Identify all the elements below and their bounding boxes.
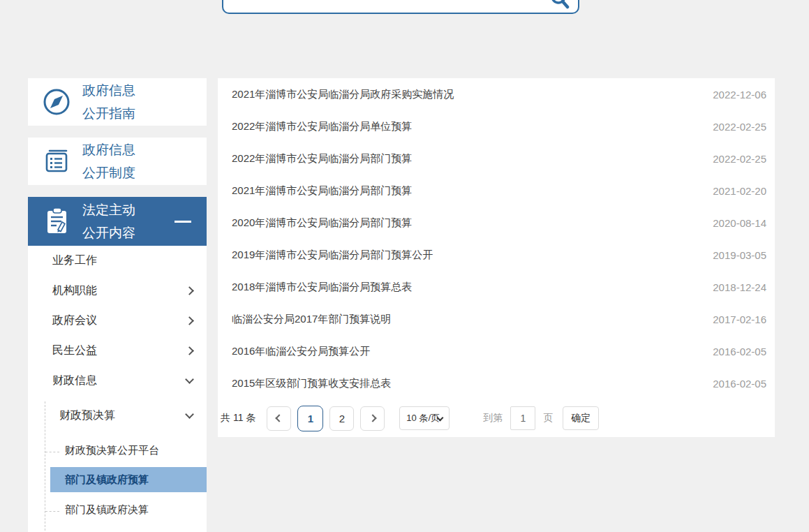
confirm-button[interactable]: 确定 xyxy=(563,406,599,430)
compass-icon xyxy=(40,86,73,118)
article-date: 2022-12-06 xyxy=(713,89,766,101)
search-input[interactable] xyxy=(232,0,539,13)
page-size-select[interactable]: 10 条/页 xyxy=(399,406,450,430)
list-item[interactable]: 2020年淄博市公安局临淄分局部门预算 2020-08-14 xyxy=(218,207,775,239)
tree-connector xyxy=(45,452,59,452)
article-title[interactable]: 2018年淄博市公安局临淄分局预算总表 xyxy=(232,281,412,294)
article-date: 2022-02-25 xyxy=(713,153,766,165)
page-button-2[interactable]: 2 xyxy=(329,406,354,431)
menu-item-org-functions[interactable]: 机构职能 xyxy=(28,276,207,306)
chevron-right-icon xyxy=(185,346,194,355)
list-item[interactable]: 2016年临淄公安分局预算公开 2016-02-05 xyxy=(218,335,775,367)
article-title[interactable]: 2020年淄博市公安局临淄分局部门预算 xyxy=(232,216,412,230)
menu-item-dept-town-budget[interactable]: 部门及镇政府预算 xyxy=(50,467,207,492)
chevron-down-icon xyxy=(185,410,194,419)
chevron-left-icon xyxy=(275,414,283,422)
article-date: 2016-02-05 xyxy=(713,378,766,390)
menu-item-fiscal-info[interactable]: 财政信息 xyxy=(28,366,207,396)
article-title[interactable]: 2022年淄博市公安局临淄分局单位预算 xyxy=(232,120,412,133)
sidebar-item-statutory-disclosure[interactable]: 法定主动 公开内容 xyxy=(28,197,207,246)
notebook-icon xyxy=(40,145,73,177)
prev-page-button[interactable] xyxy=(267,406,291,431)
article-title[interactable]: 2022年淄博市公安局临淄分局部门预算 xyxy=(232,152,412,165)
article-date: 2022-02-25 xyxy=(713,121,766,133)
goto-suffix-label: 页 xyxy=(543,412,553,424)
search-icon[interactable] xyxy=(549,0,570,12)
article-list-panel: 2021年淄博市公安局临淄分局政府采购实施情况 2022-12-06 2022年… xyxy=(218,78,775,437)
sidebar-item-guide[interactable]: 政府信息 公开指南 xyxy=(28,78,207,126)
list-item[interactable]: 2015年区级部门预算收支安排总表 2016-02-05 xyxy=(218,367,775,399)
sidebar-item-label: 政府信息 公开指南 xyxy=(82,79,135,125)
page-button-1[interactable]: 1 xyxy=(297,406,323,431)
clipboard-pencil-icon xyxy=(40,205,73,237)
list-item[interactable]: 2022年淄博市公安局临淄分局单位预算 2022-02-25 xyxy=(218,110,775,142)
total-count: 共 11 条 xyxy=(221,412,255,424)
chevron-right-icon xyxy=(185,316,194,325)
article-title[interactable]: 2019年淄博市公安局临淄分局部门预算公开 xyxy=(232,249,433,262)
article-date: 2021-02-20 xyxy=(713,185,766,197)
article-date: 2017-02-16 xyxy=(713,313,766,325)
sidebar-item-label: 法定主动 公开内容 xyxy=(82,198,135,244)
list-item[interactable]: 2018年淄博市公安局临淄分局预算总表 2018-12-24 xyxy=(218,271,775,303)
menu-item-business[interactable]: 业务工作 xyxy=(28,246,207,276)
chevron-right-icon xyxy=(369,414,376,422)
menu-item-fiscal-budget[interactable]: 财政预决算 xyxy=(28,400,207,431)
next-page-button[interactable] xyxy=(360,406,385,431)
article-title[interactable]: 临淄公安分局2017年部门预算说明 xyxy=(232,313,391,326)
article-date: 2018-12-24 xyxy=(713,281,766,293)
list-item[interactable]: 2021年淄博市公安局临淄分局部门预算 2021-02-20 xyxy=(218,175,775,207)
article-date: 2016-02-05 xyxy=(713,346,766,357)
sidebar-item-system[interactable]: 政府信息 公开制度 xyxy=(28,138,207,185)
collapse-minus-icon[interactable] xyxy=(175,221,191,223)
menu-item-budget-platform[interactable]: 财政预决算公开平台 xyxy=(28,435,207,466)
sidebar-item-label: 政府信息 公开制度 xyxy=(82,138,135,184)
list-item[interactable]: 2021年淄博市公安局临淄分局政府采购实施情况 2022-12-06 xyxy=(218,78,775,110)
chevron-down-icon xyxy=(185,375,194,384)
pagination-bar: 共 11 条 1 2 10 条/页 到第 页 确定 xyxy=(218,399,775,437)
menu-item-gov-meetings[interactable]: 政府会议 xyxy=(28,306,207,336)
menu-item-dept-town-final-accounts[interactable]: 部门及镇政府决算 xyxy=(28,494,207,525)
chevron-right-icon xyxy=(185,286,194,295)
sidebar-submenu: 业务工作 机构职能 政府会议 民生公益 财政信息 财政预决算 财政预决算公开平台… xyxy=(28,246,207,532)
list-item[interactable]: 2022年淄博市公安局临淄分局部门预算 2022-02-25 xyxy=(218,142,775,175)
menu-item-public-welfare[interactable]: 民生公益 xyxy=(28,336,207,366)
article-title[interactable]: 2016年临淄公安分局预算公开 xyxy=(232,345,370,358)
sidebar: 政府信息 公开指南 政府信息 公开制度 xyxy=(28,78,207,532)
list-item[interactable]: 临淄公安分局2017年部门预算说明 2017-02-16 xyxy=(218,303,775,335)
article-title[interactable]: 2015年区级部门预算收支安排总表 xyxy=(232,377,391,390)
article-date: 2019-03-05 xyxy=(713,249,766,261)
article-date: 2020-08-14 xyxy=(713,217,766,229)
goto-page-input[interactable] xyxy=(510,406,535,430)
article-title[interactable]: 2021年淄博市公安局临淄分局政府采购实施情况 xyxy=(232,88,454,101)
list-item[interactable]: 2019年淄博市公安局临淄分局部门预算公开 2019-03-05 xyxy=(218,239,775,271)
tree-connector xyxy=(45,511,59,512)
goto-prefix-label: 到第 xyxy=(483,412,503,424)
search-bar xyxy=(222,0,579,14)
article-title[interactable]: 2021年淄博市公安局临淄分局部门预算 xyxy=(232,184,412,198)
